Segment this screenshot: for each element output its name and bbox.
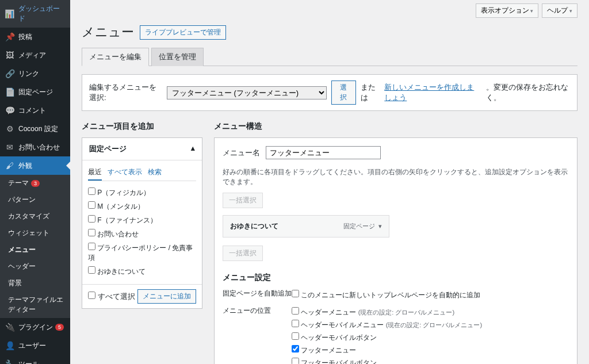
main-content: 表示オプション ヘルプ メニュー ライブプレビューで管理 メニューを編集 位置を… bbox=[70, 0, 589, 364]
tab-edit-menus[interactable]: メニューを編集 bbox=[82, 48, 149, 66]
location-checkbox[interactable]: フッターモバイルボタン bbox=[292, 357, 482, 364]
menu-selector-box: 編集するメニューを選択: フッターメニュー (フッターメニュー) 選択 または … bbox=[82, 74, 577, 111]
bulk-select-bottom[interactable]: 一括選択 bbox=[223, 246, 263, 261]
menu-structure-frame: メニュー名 好みの順番に各項目をドラッグしてください。項目の右側の矢印をクリック… bbox=[214, 137, 577, 364]
select-all-checkbox[interactable]: すべて選択 bbox=[88, 292, 135, 302]
structure-title: メニュー構造 bbox=[214, 121, 577, 132]
location-checkbox[interactable]: フッターメニュー bbox=[292, 344, 482, 357]
auto-add-label: 固定ページを自動追加 bbox=[223, 289, 292, 301]
menu-name-input[interactable] bbox=[266, 146, 381, 159]
sidebar-icon: 🔌 bbox=[5, 322, 15, 332]
sidebar-icon: 👤 bbox=[5, 340, 15, 351]
structure-description: 好みの順番に各項目をドラッグしてください。項目の右側の矢印をクリックすると、追加… bbox=[223, 167, 569, 187]
bulk-select-top[interactable]: 一括選択 bbox=[223, 193, 263, 208]
help-button[interactable]: ヘルプ bbox=[542, 3, 577, 18]
admin-sidebar: 📊ダッシュボード📌投稿🖼メディア🔗リンク📄固定ページ💬コメント⚙Cocoon 設… bbox=[0, 0, 70, 364]
selector-label: 編集するメニューを選択: bbox=[89, 82, 162, 103]
sidebar-sub-item[interactable]: ヘッダー bbox=[0, 258, 70, 275]
tab-all[interactable]: すべて表示 bbox=[108, 165, 142, 181]
screen-options-button[interactable]: 表示オプション bbox=[476, 3, 539, 18]
sidebar-icon: 🔗 bbox=[5, 68, 15, 79]
sidebar-item-6[interactable]: ⚙Cocoon 設定 bbox=[0, 120, 70, 138]
chevron-up-icon: ▴ bbox=[191, 144, 195, 154]
menu-select[interactable]: フッターメニュー (フッターメニュー) bbox=[167, 86, 327, 99]
auto-add-checkbox[interactable]: このメニューに新しいトップレベルページを自動的に追加 bbox=[292, 289, 480, 301]
sidebar-icon: ✉ bbox=[5, 142, 15, 152]
page-checkbox[interactable]: おゆきについて bbox=[88, 265, 196, 278]
sidebar-sub-item[interactable]: テーマファイルエディター bbox=[0, 292, 70, 318]
page-checkbox[interactable]: P（フィジカル） bbox=[88, 186, 196, 200]
pages-panel-title: 固定ページ bbox=[89, 144, 127, 154]
sidebar-sub-item[interactable]: メニュー bbox=[0, 242, 70, 258]
page-checkbox[interactable]: プライバシーポリシー / 免責事項 bbox=[88, 241, 196, 265]
menu-item-type: 固定ページ ▾ bbox=[343, 222, 382, 231]
select-menu-button[interactable]: 選択 bbox=[331, 81, 356, 105]
sidebar-item-8[interactable]: 🖌外観 bbox=[0, 156, 70, 175]
page-checkbox[interactable]: お問い合わせ bbox=[88, 227, 196, 241]
sidebar-sub-item[interactable]: ウィジェット bbox=[0, 225, 70, 242]
sidebar-icon: 🖼 bbox=[5, 50, 15, 60]
live-preview-button[interactable]: ライブプレビューで管理 bbox=[140, 25, 226, 40]
pages-accordion-header[interactable]: 固定ページ ▴ bbox=[82, 138, 202, 160]
page-checkbox[interactable]: F（ファイナンス） bbox=[88, 213, 196, 227]
menu-item[interactable]: おゆきについて 固定ページ ▾ bbox=[223, 215, 389, 237]
menu-item-label: おゆきについて bbox=[230, 221, 278, 231]
sidebar-item-4[interactable]: 📄固定ページ bbox=[0, 83, 70, 101]
sidebar-icon: 📊 bbox=[5, 9, 15, 19]
sidebar-icon: 📌 bbox=[5, 32, 15, 42]
sidebar-sub-item[interactable]: パターン bbox=[0, 191, 70, 208]
selector-note: 。変更の保存をお忘れなく。 bbox=[486, 82, 570, 103]
location-checkbox[interactable]: ヘッダーモバイルメニュー (現在の設定: グローバルメニュー) bbox=[292, 319, 482, 331]
sidebar-icon: 💬 bbox=[5, 105, 15, 116]
sidebar-item-5[interactable]: 💬コメント bbox=[0, 101, 70, 120]
sidebar-sub-item[interactable]: カスタマイズ bbox=[0, 208, 70, 225]
page-checkbox[interactable]: M（メンタル） bbox=[88, 200, 196, 213]
sidebar-item-10[interactable]: 👤ユーザー bbox=[0, 336, 70, 355]
tab-search[interactable]: 検索 bbox=[148, 165, 162, 181]
pages-accordion: 固定ページ ▴ 最近 すべて表示 検索 P（フィジカル） M（メンタル） F（フ… bbox=[82, 137, 202, 309]
sidebar-item-0[interactable]: 📊ダッシュボード bbox=[0, 0, 70, 28]
location-checkbox[interactable]: ヘッダーメニュー (現在の設定: グローバルメニュー) bbox=[292, 306, 482, 319]
sidebar-icon: 🖌 bbox=[5, 160, 15, 171]
sidebar-icon: 📄 bbox=[5, 87, 15, 97]
tab-recent[interactable]: 最近 bbox=[88, 165, 102, 181]
nav-tabs: メニューを編集 位置を管理 bbox=[82, 48, 577, 66]
tab-manage-locations[interactable]: 位置を管理 bbox=[151, 48, 204, 66]
sidebar-item-3[interactable]: 🔗リンク bbox=[0, 64, 70, 83]
sidebar-icon: 🔧 bbox=[5, 359, 15, 364]
sidebar-item-2[interactable]: 🖼メディア bbox=[0, 46, 70, 64]
sidebar-item-11[interactable]: 🔧ツール bbox=[0, 355, 70, 364]
menu-settings-title: メニュー設定 bbox=[223, 273, 569, 283]
page-title: メニュー bbox=[82, 24, 134, 41]
sidebar-icon: ⚙ bbox=[5, 124, 15, 134]
location-label: メニューの位置 bbox=[223, 306, 292, 364]
create-menu-link[interactable]: 新しいメニューを作成しましょう bbox=[384, 82, 481, 103]
sidebar-item-7[interactable]: ✉お問い合わせ bbox=[0, 138, 70, 156]
location-checkbox[interactable]: ヘッダーモバイルボタン bbox=[292, 331, 482, 344]
sidebar-sub-item[interactable]: テーマ 3 bbox=[0, 175, 70, 191]
menu-name-label: メニュー名 bbox=[223, 148, 260, 158]
sidebar-item-1[interactable]: 📌投稿 bbox=[0, 28, 70, 46]
sidebar-item-9[interactable]: 🔌プラグイン5 bbox=[0, 318, 70, 336]
selector-or: または bbox=[361, 82, 380, 103]
add-to-menu-button[interactable]: メニューに追加 bbox=[137, 289, 196, 304]
add-items-title: メニュー項目を追加 bbox=[82, 121, 202, 132]
sidebar-sub-item[interactable]: 背景 bbox=[0, 275, 70, 292]
